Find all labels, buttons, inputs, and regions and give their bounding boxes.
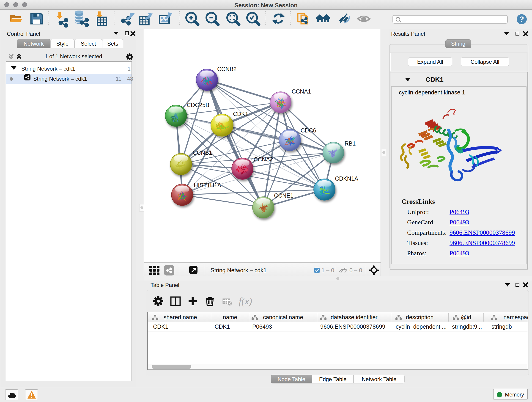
svg-text:CCNE1: CCNE1 (274, 192, 293, 199)
svg-text:String Network – cdk1: String Network – cdk1 (210, 267, 267, 274)
svg-text:?: ? (519, 15, 524, 23)
svg-text:1 – 0: 1 – 0 (322, 267, 334, 274)
svg-text:P06493: P06493 (252, 323, 272, 330)
svg-text:name: name (223, 314, 237, 320)
svg-text:namespace: namespace (503, 314, 528, 320)
svg-text:description: description (406, 314, 434, 320)
svg-text:CDK1: CDK1 (153, 323, 168, 330)
svg-text:CDK1: CDK1 (233, 111, 248, 117)
svg-text:9606.ENSP00000378699: 9606.ENSP00000378699 (320, 323, 385, 330)
svg-text:database identifier: database identifier (331, 314, 377, 320)
svg-text:@id: @id (461, 314, 471, 320)
svg-text:canonical name: canonical name (263, 314, 303, 320)
svg-text:CCNA2: CCNA2 (254, 156, 273, 162)
svg-text:CDC25B: CDC25B (187, 102, 209, 108)
svg-text:CCNB2: CCNB2 (217, 66, 237, 72)
svg-text:CCNA1: CCNA1 (292, 88, 311, 95)
svg-text:CDKN1A: CDKN1A (335, 175, 358, 182)
svg-text:shared name: shared name (164, 314, 197, 320)
svg-text:CCNB1: CCNB1 (193, 149, 212, 156)
svg-text:CDC6: CDC6 (301, 127, 316, 134)
svg-text:f(x): f(x) (239, 296, 252, 307)
svg-text:0 – 0: 0 – 0 (349, 267, 362, 274)
svg-text:cyclin–dependent ...: cyclin–dependent ... (396, 323, 447, 330)
svg-text:stringdb:9...: stringdb:9... (452, 323, 482, 330)
svg-text:RB1: RB1 (345, 140, 356, 147)
svg-text:CDK1: CDK1 (215, 323, 230, 330)
svg-text:stringdb: stringdb (491, 323, 512, 330)
svg-text:HIST1H1A: HIST1H1A (194, 182, 221, 188)
